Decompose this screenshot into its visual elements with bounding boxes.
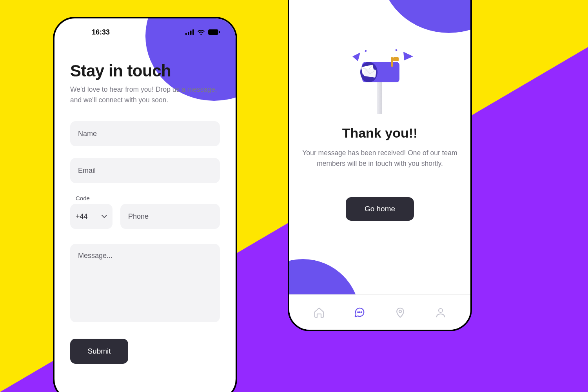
nav-chat[interactable]	[352, 305, 367, 320]
svg-rect-5	[219, 31, 220, 33]
svg-rect-2	[190, 31, 192, 35]
svg-rect-15	[364, 68, 376, 78]
nav-location[interactable]	[393, 305, 408, 320]
code-value: +44	[76, 212, 88, 221]
email-placeholder: Email	[78, 167, 96, 175]
submit-label: Submit	[87, 347, 111, 356]
svg-rect-4	[208, 29, 218, 35]
country-code-select[interactable]: +44	[70, 204, 113, 229]
chevron-down-icon	[102, 215, 107, 218]
accent-corner-top-right	[380, 0, 472, 33]
phone-frame-contact: 16:33 Stay in touch We'd love to hear fr…	[53, 17, 237, 392]
svg-rect-17	[393, 57, 399, 61]
go-home-label: Go home	[365, 205, 395, 213]
name-field[interactable]: Name	[70, 121, 220, 146]
svg-rect-3	[192, 29, 194, 35]
contact-form: Name Email Code +44 Phone Message... Sub…	[70, 121, 220, 364]
phone-placeholder: Phone	[128, 212, 149, 221]
mailbox-illustration	[345, 49, 415, 115]
svg-rect-8	[365, 50, 367, 52]
svg-rect-9	[396, 49, 397, 51]
home-icon	[313, 307, 325, 318]
cellular-signal-icon	[185, 29, 194, 35]
chat-icon	[354, 307, 365, 318]
svg-rect-1	[188, 32, 189, 35]
wifi-icon	[197, 29, 205, 35]
thankyou-subtitle: Your message has been received! One of o…	[298, 148, 462, 169]
nav-home[interactable]	[312, 305, 327, 320]
svg-point-20	[361, 312, 362, 312]
svg-point-19	[359, 312, 360, 312]
profile-icon	[435, 307, 446, 318]
code-label: Code	[70, 195, 113, 201]
battery-icon	[208, 29, 220, 35]
phone-frame-thankyou: Thank you!! Your message has been receiv…	[288, 0, 472, 331]
svg-marker-7	[403, 52, 413, 60]
status-icons	[185, 29, 220, 35]
thankyou-title: Thank you!!	[289, 125, 470, 141]
message-placeholder: Message...	[78, 252, 113, 260]
svg-marker-6	[352, 53, 360, 61]
submit-button[interactable]: Submit	[70, 339, 128, 364]
svg-rect-0	[185, 33, 187, 35]
svg-rect-11	[377, 81, 382, 114]
nav-profile[interactable]	[433, 305, 448, 320]
svg-point-21	[399, 310, 401, 312]
name-placeholder: Name	[78, 130, 97, 138]
go-home-button[interactable]: Go home	[346, 197, 414, 221]
status-bar: 16:33	[54, 18, 236, 39]
bottom-nav	[289, 294, 470, 330]
page-title: Stay in touch	[70, 62, 220, 80]
message-field[interactable]: Message...	[70, 244, 220, 322]
status-time: 16:33	[92, 28, 110, 36]
email-field[interactable]: Email	[70, 158, 220, 183]
svg-point-18	[358, 312, 359, 312]
page-subtitle: We'd love to hear from you! Drop us a me…	[70, 84, 219, 105]
location-pin-icon	[394, 307, 406, 318]
svg-rect-16	[391, 57, 393, 67]
phone-field[interactable]: Phone	[120, 204, 220, 229]
phone-row: Code +44 Phone	[70, 195, 220, 229]
svg-point-22	[439, 309, 443, 312]
